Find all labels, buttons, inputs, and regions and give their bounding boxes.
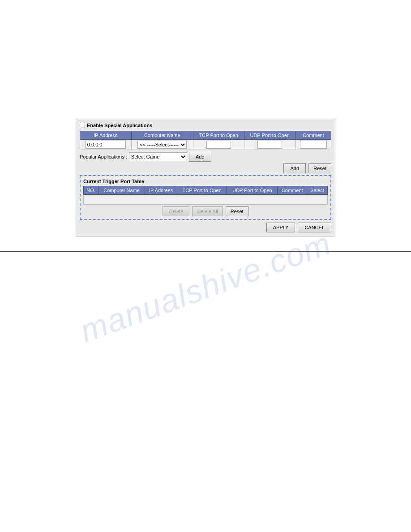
tcp-input[interactable] xyxy=(206,141,231,149)
trigger-col-select: Select xyxy=(307,186,328,195)
trigger-table: NO. Computer Name IP Address TCP Port to… xyxy=(83,186,328,205)
col-header-comment: Comment xyxy=(295,131,331,140)
ip-cell xyxy=(80,140,132,150)
comment-input[interactable] xyxy=(300,141,327,149)
cancel-button[interactable]: CANCEL xyxy=(298,223,331,232)
enable-checkbox[interactable] xyxy=(80,123,85,128)
enable-label: Enable Special Applications xyxy=(87,123,152,128)
trigger-section: Current Trigger Port Table NO. Computer … xyxy=(80,175,331,220)
computer-name-cell: << -----Select------ xyxy=(131,140,193,150)
apply-button[interactable]: APPLY xyxy=(266,223,295,232)
add-button[interactable]: Add xyxy=(283,163,306,173)
trigger-col-comment: Comment xyxy=(278,186,307,195)
trigger-col-ip: IP Address xyxy=(145,186,177,195)
trigger-col-computer: Computer Name xyxy=(98,186,145,195)
delete-all-button[interactable]: Delete All xyxy=(192,206,223,216)
trigger-empty-cell xyxy=(84,195,328,205)
popular-apps-row: Popular Applications : Select Game Add xyxy=(80,152,331,162)
udp-cell xyxy=(244,140,295,150)
udp-input[interactable] xyxy=(257,141,282,149)
popular-select[interactable]: Select Game xyxy=(129,152,187,161)
col-header-ip: IP Address xyxy=(80,131,132,140)
col-header-udp: UDP Port to Open xyxy=(244,131,295,140)
page-divider xyxy=(0,251,411,252)
trigger-reset-button[interactable]: Reset xyxy=(226,206,248,216)
trigger-empty-row xyxy=(84,195,328,205)
comment-cell xyxy=(295,140,331,150)
popular-label: Popular Applications : xyxy=(80,154,127,159)
reset-button[interactable]: Reset xyxy=(308,163,331,173)
bottom-row: APPLY CANCEL xyxy=(80,223,331,232)
trigger-col-tcp: TCP Port to Open xyxy=(177,186,227,195)
col-header-computer: Computer Name xyxy=(131,131,193,140)
watermark: manualshive.com xyxy=(52,216,359,358)
computer-name-select[interactable]: << -----Select------ xyxy=(137,141,187,149)
special-applications-dialog: Enable Special Applications IP Address C… xyxy=(76,119,335,236)
trigger-col-udp: UDP Port to Open xyxy=(227,186,278,195)
delete-button[interactable]: Delete xyxy=(163,206,189,216)
trigger-action-row: Delete Delete All Reset xyxy=(83,206,328,216)
action-row: Add Reset xyxy=(80,163,331,173)
main-input-table: IP Address Computer Name TCP Port to Ope… xyxy=(80,131,331,150)
enable-row: Enable Special Applications xyxy=(80,123,331,128)
col-header-tcp: TCP Port to Open xyxy=(193,131,244,140)
popular-add-button[interactable]: Add xyxy=(189,152,211,162)
ip-input[interactable] xyxy=(86,141,126,149)
trigger-col-no: NO. xyxy=(84,186,98,195)
input-row: << -----Select------ xyxy=(80,140,331,150)
trigger-title: Current Trigger Port Table xyxy=(83,179,328,184)
tcp-cell xyxy=(193,140,244,150)
